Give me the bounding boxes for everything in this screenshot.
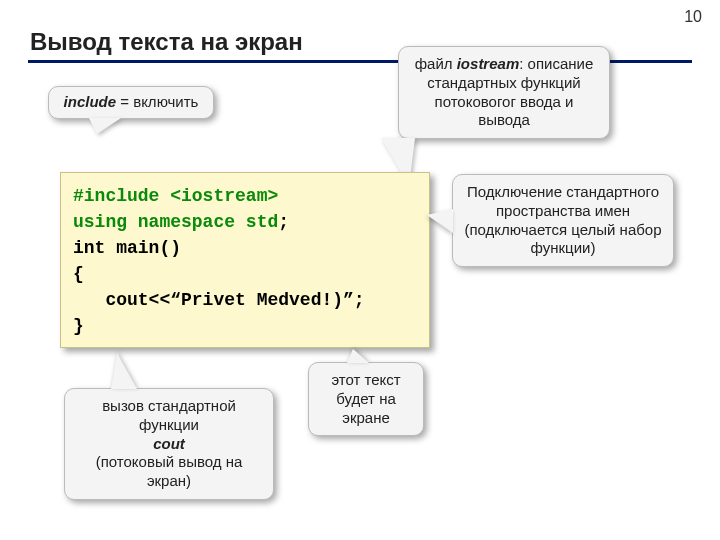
callout-include-rest: = включить bbox=[116, 93, 198, 110]
callout-iostream-word: iostream bbox=[457, 55, 520, 72]
code-line-6: } bbox=[73, 313, 417, 339]
code-line-2: using namespace std; bbox=[73, 209, 417, 235]
callout-cout-prefix: вызов стандартной функции bbox=[102, 397, 236, 433]
callout-cout-rest: (потоковый вывод на экран) bbox=[96, 453, 243, 489]
callout-namespace-text: Подключение стандартного пространства им… bbox=[464, 183, 661, 256]
callout-cout: вызов стандартной функции cout (потоковы… bbox=[64, 388, 274, 500]
page-number: 10 bbox=[684, 8, 702, 26]
code-block: #include <iostream> using namespace std;… bbox=[60, 172, 430, 348]
code-line-1: #include <iostream> bbox=[73, 183, 417, 209]
code-line-1a: #include bbox=[73, 186, 170, 206]
callout-include-keyword: include bbox=[64, 93, 117, 110]
code-line-1b: <iostream> bbox=[170, 186, 278, 206]
code-line-5: cout<<“Privet Medved!)”; bbox=[73, 287, 417, 313]
callout-namespace: Подключение стандартного пространства им… bbox=[452, 174, 674, 267]
callout-iostream-prefix: файл bbox=[415, 55, 457, 72]
page-title: Вывод текста на экран bbox=[30, 28, 303, 56]
callout-screentext: этот текст будет на экране bbox=[308, 362, 424, 436]
code-line-3: int main() bbox=[73, 235, 417, 261]
callout-include: include = включить bbox=[48, 86, 214, 119]
callout-screentext-text: этот текст будет на экране bbox=[331, 371, 400, 426]
code-line-4: { bbox=[73, 261, 417, 287]
callout-cout-word: cout bbox=[153, 435, 185, 452]
code-line-2a: using namespace std bbox=[73, 212, 278, 232]
code-line-2b: ; bbox=[278, 212, 289, 232]
callout-iostream: файл iostream: описание стандартных функ… bbox=[398, 46, 610, 139]
